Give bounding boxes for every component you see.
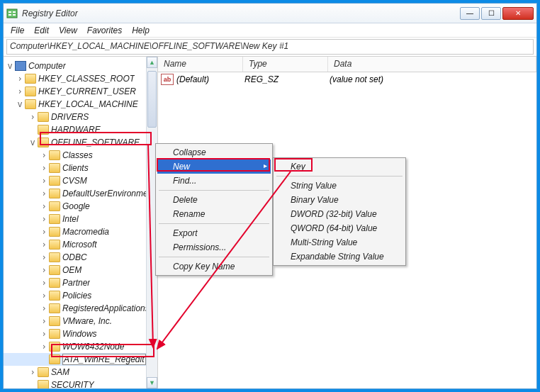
ctx-copy-key-name[interactable]: Copy Key Name (157, 259, 271, 274)
tree-hardware[interactable]: HARDWARE (4, 123, 157, 136)
menu-view[interactable]: View (55, 24, 81, 37)
expand-icon[interactable]: › (39, 265, 49, 275)
expand-icon[interactable]: › (15, 86, 25, 96)
tree-item[interactable]: ›Intel (4, 213, 157, 225)
folder-icon (49, 291, 60, 301)
menu-favorites[interactable]: Favorites (83, 24, 126, 37)
ctx-new-expandable-string[interactable]: Expandable String Value (275, 250, 404, 264)
tree-item[interactable]: ›Partner (4, 276, 157, 289)
tree-hkcr[interactable]: ›HKEY_CLASSES_ROOT (4, 72, 157, 85)
expand-icon[interactable]: › (39, 176, 49, 186)
expand-icon[interactable]: › (39, 214, 49, 224)
tree-item[interactable]: ›DefaultUserEnvironment (4, 187, 157, 200)
column-name[interactable]: Name (158, 57, 243, 72)
tree-item[interactable]: ›WOW6432Node (4, 340, 157, 353)
collapse-icon[interactable]: v (5, 61, 15, 71)
expand-icon[interactable]: › (39, 291, 49, 301)
ctx-new-dword[interactable]: DWORD (32-bit) Value (275, 207, 404, 221)
expand-icon[interactable]: › (15, 74, 25, 84)
expand-icon[interactable]: › (39, 201, 49, 211)
collapse-icon[interactable]: v (28, 138, 38, 147)
ctx-new-multi-string[interactable]: Multi-String Value (275, 235, 404, 250)
column-type[interactable]: Type (243, 57, 328, 72)
folder-icon (38, 125, 49, 135)
tree-drivers[interactable]: ›DRIVERS (4, 111, 157, 123)
tree-offline-software[interactable]: vOFFLINE_SOFTWARE (4, 136, 157, 149)
tree-item[interactable]: ›Macromedia (4, 225, 157, 238)
expand-icon[interactable]: › (39, 278, 49, 288)
collapse-icon[interactable]: v (15, 99, 25, 109)
expand-icon[interactable]: › (39, 189, 49, 198)
folder-icon (25, 99, 36, 109)
tree-item[interactable]: ›Classes (4, 149, 157, 162)
titlebar[interactable]: Registry Editor — ☐ ✕ (4, 4, 536, 23)
expand-icon[interactable]: › (39, 150, 49, 160)
folder-icon (49, 240, 60, 250)
tree-security[interactable]: SECURITY (4, 379, 157, 388)
tree-new-key-editing[interactable]: ATA_WinRE_Regedit (4, 353, 157, 366)
tree-item[interactable]: ›Clients (4, 162, 157, 174)
tree-item[interactable]: ›CVSM (4, 174, 157, 187)
tree-item[interactable]: ›Microsoft (4, 238, 157, 251)
computer-icon (15, 61, 26, 71)
folder-icon (49, 278, 60, 288)
tree-item[interactable]: ›VMware, Inc. (4, 315, 157, 327)
expand-icon[interactable]: › (28, 112, 38, 122)
maximize-button[interactable]: ☐ (481, 7, 501, 20)
tree-hklm[interactable]: vHKEY_LOCAL_MACHINE (4, 98, 157, 111)
tree-computer[interactable]: vComputer (4, 60, 157, 72)
menu-help[interactable]: Help (128, 24, 154, 37)
tree-item[interactable]: ›Policies (4, 289, 157, 302)
scroll-down-button[interactable]: ▼ (147, 377, 157, 388)
tree-item[interactable]: ›Google (4, 200, 157, 213)
folder-icon (38, 367, 49, 377)
expand-icon[interactable]: › (39, 227, 49, 237)
tree-item[interactable]: ›ODBC (4, 251, 157, 264)
tree-panel: vComputer ›HKEY_CLASSES_ROOT ›HKEY_CURRE… (4, 57, 158, 388)
folder-icon (25, 74, 36, 84)
expand-icon[interactable]: › (28, 367, 38, 377)
tree-item[interactable]: ›Windows (4, 327, 157, 340)
ctx-new-binary[interactable]: Binary Value (275, 193, 404, 207)
ctx-new-key[interactable]: Key (275, 159, 404, 174)
value-row-default[interactable]: ab (Default) REG_SZ (value not set) (158, 72, 536, 86)
svg-rect-2 (9, 14, 11, 16)
svg-rect-1 (9, 11, 11, 13)
expand-icon[interactable]: › (39, 342, 49, 352)
tree-hkcu[interactable]: ›HKEY_CURRENT_USER (4, 85, 157, 98)
expand-icon[interactable]: › (39, 163, 49, 173)
ctx-rename[interactable]: Rename (157, 207, 271, 221)
ctx-export[interactable]: Export (157, 226, 271, 240)
rename-input[interactable]: ATA_WinRE_Regedit (62, 354, 146, 365)
folder-icon (49, 214, 60, 224)
string-value-icon: ab (161, 74, 174, 85)
expand-icon[interactable]: › (39, 329, 49, 339)
ctx-find[interactable]: Find... (157, 174, 271, 188)
address-bar[interactable]: Computer\HKEY_LOCAL_MACHINE\OFFLINE_SOFT… (6, 39, 534, 55)
column-data[interactable]: Data (328, 57, 536, 72)
scroll-up-button[interactable]: ▲ (147, 57, 157, 68)
expand-icon[interactable]: › (39, 252, 49, 262)
expand-icon[interactable]: › (39, 240, 49, 250)
ctx-permissions[interactable]: Permissions... (157, 240, 271, 254)
menu-edit[interactable]: Edit (30, 24, 53, 37)
svg-rect-3 (13, 11, 16, 13)
scroll-thumb[interactable] (147, 71, 157, 128)
close-button[interactable]: ✕ (502, 7, 534, 20)
ctx-collapse[interactable]: Collapse (157, 145, 271, 159)
folder-icon (49, 150, 60, 160)
tree-item[interactable]: ›RegisteredApplications (4, 302, 157, 315)
expand-icon[interactable]: › (39, 316, 49, 326)
tree-sam[interactable]: ›SAM (4, 366, 157, 379)
separator (159, 257, 269, 257)
tree-item[interactable]: ›OEM (4, 264, 157, 276)
menu-file[interactable]: File (6, 24, 28, 37)
ctx-new[interactable]: New (157, 159, 271, 174)
minimize-button[interactable]: — (460, 7, 480, 20)
folder-icon (49, 303, 60, 313)
ctx-delete[interactable]: Delete (157, 193, 271, 207)
ctx-new-qword[interactable]: QWORD (64-bit) Value (275, 221, 404, 235)
ctx-new-string[interactable]: String Value (275, 179, 404, 193)
expand-icon[interactable]: › (39, 303, 49, 313)
values-header: Name Type Data (158, 57, 536, 72)
